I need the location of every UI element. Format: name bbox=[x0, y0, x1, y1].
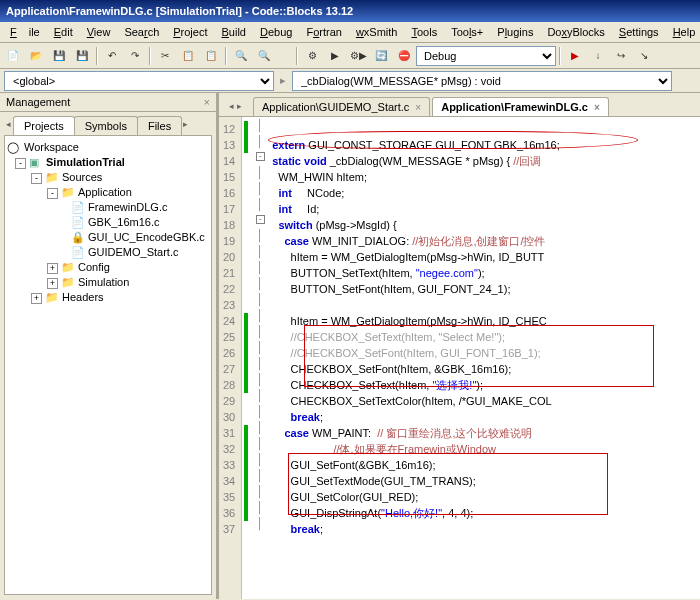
menu-doxyblocks[interactable]: DoxyBlocks bbox=[541, 24, 610, 40]
scope-bar: <global> ▸ _cbDialog(WM_MESSAGE* pMsg) :… bbox=[0, 69, 700, 93]
management-title: Management bbox=[6, 96, 70, 108]
window-title: Application\FramewinDLG.c [SimulationTri… bbox=[6, 5, 353, 17]
source-code[interactable]: extern GUI_CONST_STORAGE GUI_FONT GBK_16… bbox=[268, 117, 700, 599]
step-into-button[interactable]: ↘ bbox=[633, 46, 655, 66]
close-icon[interactable]: × bbox=[594, 102, 600, 113]
save-all-button[interactable]: 💾 bbox=[71, 46, 93, 66]
paste-button[interactable]: 📋 bbox=[200, 46, 222, 66]
replace-button[interactable]: 🔍 bbox=[253, 46, 275, 66]
scope-separator-icon: ▸ bbox=[280, 74, 286, 87]
project-tree[interactable]: ◯Workspace -▣SimulationTrial -📁Sources -… bbox=[4, 135, 212, 595]
tree-file: 📄GUIDEMO_Start.c bbox=[7, 245, 209, 260]
open-button[interactable]: 📂 bbox=[25, 46, 47, 66]
tab-nav-icon[interactable]: ◂ ▸ bbox=[229, 97, 253, 116]
menu-wxsmith[interactable]: wxSmith bbox=[350, 24, 404, 40]
cut-button[interactable]: ✂ bbox=[154, 46, 176, 66]
tree-project: -▣SimulationTrial bbox=[7, 155, 209, 170]
nav-arrow-icon[interactable]: ◂ bbox=[4, 116, 13, 135]
nav-arrow-icon[interactable]: ▸ bbox=[181, 116, 190, 135]
copy-button[interactable]: 📋 bbox=[177, 46, 199, 66]
new-file-button[interactable]: 📄 bbox=[2, 46, 24, 66]
tab-files[interactable]: Files bbox=[137, 116, 182, 135]
build-run-button[interactable]: ⚙▶ bbox=[347, 46, 369, 66]
tree-file: 📄GBK_16m16.c bbox=[7, 215, 209, 230]
menu-search[interactable]: Search bbox=[118, 24, 165, 40]
scope-function-select[interactable]: _cbDialog(WM_MESSAGE* pMsg) : void bbox=[292, 71, 672, 91]
menu-plugins[interactable]: Plugins bbox=[491, 24, 539, 40]
tree-application: -📁Application bbox=[7, 185, 209, 200]
main-toolbar: 📄 📂 💾 💾 ↶ ↷ ✂ 📋 📋 🔍 🔍 ⚙ ▶ ⚙▶ 🔄 ⛔ Debug ▶… bbox=[0, 43, 700, 69]
tree-config: +📁Config bbox=[7, 260, 209, 275]
management-panel: Management × ◂ Projects Symbols Files ▸ … bbox=[0, 93, 219, 599]
find-button[interactable]: 🔍 bbox=[230, 46, 252, 66]
line-gutter: 12 13 14 15 16 17 18 19 20 21 22 23 24 2… bbox=[219, 117, 242, 599]
build-button[interactable]: ⚙ bbox=[301, 46, 323, 66]
menu-view[interactable]: View bbox=[81, 24, 117, 40]
title-bar: Application\FramewinDLG.c [SimulationTri… bbox=[0, 0, 700, 22]
editor-tabs: ◂ ▸ Application\GUIDEMO_Start.c× Applica… bbox=[219, 93, 700, 117]
menu-tools[interactable]: Tools bbox=[405, 24, 443, 40]
abort-button[interactable]: ⛔ bbox=[393, 46, 415, 66]
code-editor[interactable]: 12 13 14 15 16 17 18 19 20 21 22 23 24 2… bbox=[219, 117, 700, 599]
editor-area: ◂ ▸ Application\GUIDEMO_Start.c× Applica… bbox=[219, 93, 700, 599]
menu-toolsplus[interactable]: Tools+ bbox=[445, 24, 489, 40]
menu-build[interactable]: Build bbox=[216, 24, 252, 40]
editor-tab-active[interactable]: Application\FramewinDLG.c× bbox=[432, 97, 609, 116]
run-button[interactable]: ▶ bbox=[324, 46, 346, 66]
close-icon[interactable]: × bbox=[415, 102, 421, 113]
rebuild-button[interactable]: 🔄 bbox=[370, 46, 392, 66]
tree-sources: -📁Sources bbox=[7, 170, 209, 185]
tree-workspace: ◯Workspace bbox=[7, 140, 209, 155]
tab-symbols[interactable]: Symbols bbox=[74, 116, 138, 135]
menu-settings[interactable]: Settings bbox=[613, 24, 665, 40]
menu-help[interactable]: Help bbox=[667, 24, 700, 40]
menu-bar: File Edit View Search Project Build Debu… bbox=[0, 22, 700, 43]
redo-button[interactable]: ↷ bbox=[124, 46, 146, 66]
fold-column[interactable]: ││-│││-│││││││││││││││││││ bbox=[252, 117, 268, 599]
tree-file: 📄FramewinDLG.c bbox=[7, 200, 209, 215]
menu-edit[interactable]: Edit bbox=[48, 24, 79, 40]
management-close-icon[interactable]: × bbox=[204, 96, 210, 108]
tree-headers: +📁Headers bbox=[7, 290, 209, 305]
save-button[interactable]: 💾 bbox=[48, 46, 70, 66]
menu-debug[interactable]: Debug bbox=[254, 24, 298, 40]
menu-project[interactable]: Project bbox=[167, 24, 213, 40]
undo-button[interactable]: ↶ bbox=[101, 46, 123, 66]
tree-simulation: +📁Simulation bbox=[7, 275, 209, 290]
tab-projects[interactable]: Projects bbox=[13, 116, 75, 135]
tree-file: 🔒GUI_UC_EncodeGBK.c bbox=[7, 230, 209, 245]
next-line-button[interactable]: ↪ bbox=[610, 46, 632, 66]
menu-file[interactable]: File bbox=[4, 24, 46, 40]
menu-fortran[interactable]: Fortran bbox=[300, 24, 347, 40]
change-marks bbox=[242, 117, 252, 599]
editor-tab[interactable]: Application\GUIDEMO_Start.c× bbox=[253, 97, 430, 116]
debug-continue-button[interactable]: ▶ bbox=[564, 46, 586, 66]
build-target-select[interactable]: Debug bbox=[416, 46, 556, 66]
scope-global-select[interactable]: <global> bbox=[4, 71, 274, 91]
run-to-cursor-button[interactable]: ↓ bbox=[587, 46, 609, 66]
